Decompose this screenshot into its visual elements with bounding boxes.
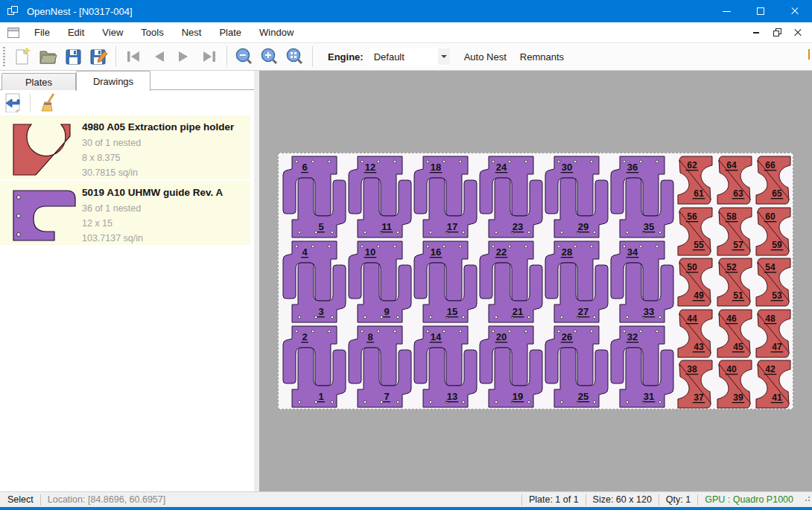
nav-first-button[interactable] <box>121 45 146 68</box>
nest-pair-46-45[interactable]: 4645 <box>715 308 754 359</box>
maximize-icon[interactable] <box>743 0 778 22</box>
svg-text:59: 59 <box>773 240 783 250</box>
save-icon <box>63 47 83 66</box>
resize-grip[interactable] <box>804 497 810 503</box>
toolbar-grip[interactable] <box>3 47 5 66</box>
nest-pair-58-57[interactable]: 5857 <box>715 206 754 257</box>
nest-pair-22-21[interactable]: 2221 <box>478 240 544 324</box>
drawing-size: 8 x 8.375 <box>82 150 234 165</box>
svg-text:3: 3 <box>318 306 323 317</box>
panel-toolbar <box>0 91 254 114</box>
mdi-document-icon[interactable] <box>7 28 19 38</box>
nest-pair-30-29[interactable]: 3029 <box>544 155 609 239</box>
nest-pair-14-13[interactable]: 1413 <box>413 325 478 409</box>
nest-pair-40-39[interactable]: 4039 <box>715 359 754 409</box>
clear-drawings-button[interactable] <box>35 91 60 115</box>
nest-pair-62-61[interactable]: 6261 <box>676 155 714 205</box>
tab-row: Plates Drawings <box>0 71 254 90</box>
nest-pair-60-59[interactable]: 6059 <box>754 206 793 257</box>
nest-pair-26-25[interactable]: 2625 <box>544 325 609 409</box>
drawing-item-uhmw-guide[interactable]: 5019 A10 UHMW guide Rev. A 36 of 1 neste… <box>0 181 250 245</box>
nest-pair-8-7[interactable]: 87 <box>347 325 413 409</box>
nest-pair-56-55[interactable]: 5655 <box>676 206 714 257</box>
status-bar: Select Location: [84.8696, 60.6957] Plat… <box>0 491 812 507</box>
tab-drawings[interactable]: Drawings <box>76 71 150 91</box>
nest-pair-10-9[interactable]: 109 <box>347 240 413 324</box>
status-gpu: GPU : Quadro P1000 <box>705 494 793 505</box>
svg-text:9: 9 <box>384 306 389 317</box>
svg-text:11: 11 <box>381 221 392 232</box>
menu-item-view[interactable]: View <box>93 23 132 42</box>
new-button[interactable] <box>10 45 35 68</box>
nest-pair-2-1[interactable]: 21 <box>282 325 347 409</box>
nest-pair-44-43[interactable]: 4443 <box>676 308 714 359</box>
minimize-icon[interactable] <box>709 0 743 22</box>
status-mode: Select <box>7 494 34 505</box>
menu-item-tools[interactable]: Tools <box>132 23 172 42</box>
engine-value: Default <box>374 51 405 63</box>
svg-text:54: 54 <box>766 262 776 272</box>
save-button[interactable] <box>60 45 86 68</box>
tab-plates[interactable]: Plates <box>1 73 76 90</box>
import-drawing-button[interactable] <box>0 91 25 115</box>
nest-pair-24-23[interactable]: 2423 <box>478 155 544 239</box>
status-size: Size: 60 x 120 <box>593 494 652 505</box>
svg-text:32: 32 <box>627 331 638 342</box>
nest-pair-64-63[interactable]: 6463 <box>715 155 754 205</box>
svg-text:23: 23 <box>513 221 523 232</box>
menu-item-window[interactable]: Window <box>250 23 302 42</box>
zoom-in-button[interactable] <box>257 45 282 68</box>
nest-pair-38-37[interactable]: 3837 <box>676 359 714 409</box>
nest-pair-28-27[interactable]: 2827 <box>544 240 609 324</box>
nest-pair-52-51[interactable]: 5251 <box>715 257 754 307</box>
engine-select[interactable]: Default <box>369 48 450 66</box>
toolbar-overflow-mark <box>808 49 810 60</box>
open-button[interactable] <box>35 45 60 68</box>
svg-text:6: 6 <box>302 162 307 173</box>
nest-pair-12-11[interactable]: 1211 <box>347 155 413 239</box>
drawing-item-extraction-pipe-holder[interactable]: 4980 A05 Extraction pipe holder 30 of 1 … <box>0 115 250 179</box>
svg-text:18: 18 <box>431 162 441 173</box>
nest-pair-54-53[interactable]: 5453 <box>754 257 793 307</box>
drawing-thumbnail-purple <box>9 188 82 245</box>
nest-pair-42-41[interactable]: 4241 <box>754 359 793 409</box>
nest-pair-20-19[interactable]: 2019 <box>478 325 544 409</box>
svg-text:1: 1 <box>318 391 323 402</box>
menu-item-plate[interactable]: Plate <box>210 23 250 42</box>
nav-last-button[interactable] <box>197 45 222 68</box>
svg-text:26: 26 <box>562 331 572 342</box>
first-arrow-icon <box>124 48 142 66</box>
nest-pair-32-31[interactable]: 3231 <box>609 325 675 409</box>
nest-pair-16-15[interactable]: 1615 <box>413 240 478 324</box>
svg-text:44: 44 <box>687 313 697 324</box>
nest-pair-6-5[interactable]: 65 <box>282 155 347 239</box>
nest-pair-18-17[interactable]: 1817 <box>413 155 478 239</box>
svg-text:16: 16 <box>431 246 441 258</box>
remnants-button[interactable]: Remnants <box>513 47 571 67</box>
zoom-out-button[interactable] <box>232 45 257 68</box>
auto-nest-button[interactable]: Auto Nest <box>457 47 513 67</box>
nest-pair-66-65[interactable]: 6665 <box>754 155 793 205</box>
svg-text:10: 10 <box>365 246 375 258</box>
mdi-close-icon[interactable] <box>790 26 806 39</box>
mdi-restore-icon[interactable] <box>769 26 785 39</box>
nav-next-button[interactable] <box>171 45 197 68</box>
menu-item-file[interactable]: File <box>25 23 59 42</box>
svg-text:64: 64 <box>726 160 737 170</box>
nest-pair-4-3[interactable]: 43 <box>282 240 347 324</box>
plate[interactable]: 6512111817242330293635431091615222128273… <box>278 153 793 409</box>
svg-text:4: 4 <box>302 246 308 258</box>
nav-prev-button[interactable] <box>146 45 171 68</box>
nest-pair-50-49[interactable]: 5049 <box>676 257 714 307</box>
save-as-button[interactable] <box>86 45 111 68</box>
nest-pair-48-47[interactable]: 4847 <box>754 308 793 359</box>
nest-pair-36-35[interactable]: 3635 <box>609 155 675 239</box>
nest-pair-34-33[interactable]: 3433 <box>609 240 675 324</box>
menu-item-nest[interactable]: Nest <box>173 23 211 42</box>
svg-text:41: 41 <box>773 392 783 403</box>
menu-item-edit[interactable]: Edit <box>59 23 93 42</box>
mdi-minimize-icon[interactable] <box>748 26 764 39</box>
zoom-fit-button[interactable] <box>282 45 308 68</box>
close-icon[interactable] <box>778 0 812 22</box>
svg-text:51: 51 <box>733 290 743 301</box>
